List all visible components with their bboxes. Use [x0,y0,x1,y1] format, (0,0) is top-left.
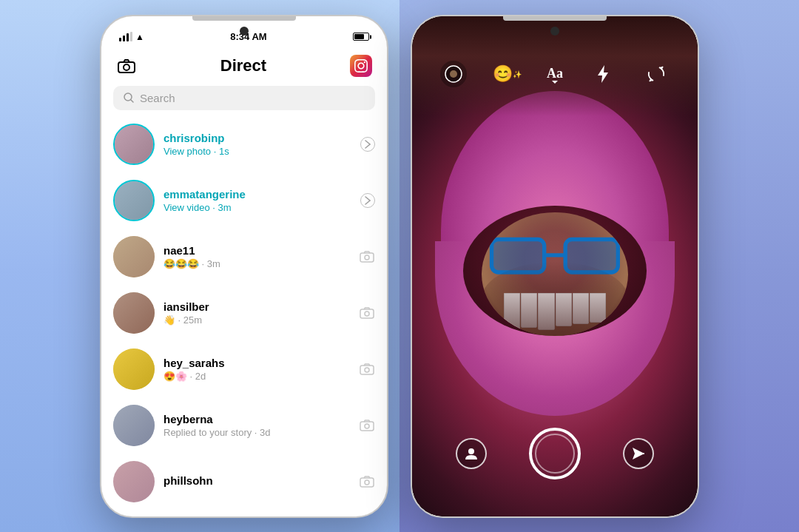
message-preview: 😍🌸 · 2d [163,371,350,382]
message-info: hey_sarahs 😍🌸 · 2d [163,357,350,382]
list-item[interactable]: heyberna Replied to your story · 3d [101,397,387,454]
list-item[interactable]: chrisrobinp View photo · 1s [101,116,387,172]
camera-screen: 😊✨ Aa [412,16,698,516]
message-username: phillsohn [163,474,350,487]
flash-btn[interactable] [590,61,616,87]
person-btn[interactable] [456,438,487,469]
left-phone: ▲ 8:34 AM Direct [100,15,388,518]
svg-point-12 [365,480,369,485]
front-camera [550,27,559,36]
message-username: emmatangerine [163,188,351,201]
message-preview: View photo · 1s [163,146,351,157]
list-item[interactable]: phillsohn [101,454,387,510]
message-info: emmatangerine View video · 3m [163,188,351,213]
avatar [113,292,155,334]
message-username: iansilber [163,300,350,313]
list-item[interactable]: emmatangerine View video · 3m [101,172,387,229]
message-username: nae11 [163,244,350,257]
page-title: Direct [220,56,266,75]
flip-camera-btn[interactable] [643,61,670,87]
svg-rect-9 [360,422,374,431]
right-phone: 😊✨ Aa [411,15,699,518]
capture-btn[interactable] [529,428,581,479]
camera-icon [359,249,375,265]
message-preview: 😂😂😂 · 3m [163,258,350,269]
list-item[interactable]: hey_sarahs 😍🌸 · 2d [101,341,387,397]
svg-point-8 [365,368,369,372]
avatar [113,405,155,446]
camera-controls [412,428,698,479]
message-username: hey_sarahs [163,357,350,369]
message-preview: 👋 · 25m [163,314,350,326]
camera-icon [359,417,375,434]
svg-rect-5 [360,309,374,318]
message-info: nae11 😂😂😂 · 3m [163,244,350,269]
avatar [113,461,155,502]
search-placeholder: Search [140,92,175,104]
list-item[interactable]: nae11 😂😂😂 · 3m [101,229,387,285]
phone-notch [192,16,296,21]
header-camera-icon[interactable] [116,55,137,76]
avatar [113,180,155,221]
signal-icon [119,32,132,41]
text-tool-btn[interactable]: Aa [547,66,563,81]
svg-point-17 [450,70,457,78]
chevron-right-icon [360,193,375,208]
avatar [113,236,155,277]
svg-point-6 [365,312,369,316]
camera-icon [359,474,375,490]
instagram-icon[interactable] [350,55,372,77]
svg-point-4 [365,255,369,260]
svg-point-10 [365,424,369,428]
phone-notch [503,16,607,21]
message-list: chrisrobinp View photo · 1s emmatangerin… [101,116,387,510]
camera-icon [359,305,375,321]
avatar [113,124,155,165]
svg-point-18 [468,448,474,454]
list-item[interactable]: iansilber 👋 · 25m [101,285,387,341]
front-camera [240,27,249,36]
message-info: heyberna Replied to your story · 3d [163,413,350,438]
message-username: chrisrobinp [163,132,351,144]
status-time: 8:34 AM [230,31,266,42]
svg-rect-7 [360,366,374,374]
battery-icon [353,33,369,41]
sticker-btn[interactable]: 😊✨ [493,61,520,87]
svg-rect-3 [360,253,374,262]
message-info: iansilber 👋 · 25m [163,300,350,326]
message-username: heyberna [163,413,350,425]
message-preview: Replied to your story · 3d [163,427,350,438]
face-filter-btn[interactable] [440,61,467,87]
message-info: chrisrobinp View photo · 1s [163,132,351,157]
search-bar[interactable]: Search [113,86,375,110]
camera-toolbar: 😊✨ Aa [412,61,698,87]
avatar [113,349,155,390]
message-info: phillsohn [163,474,350,488]
svg-point-1 [124,64,129,70]
message-preview: View video · 3m [163,202,351,213]
search-icon [124,92,134,103]
chevron-right-icon [360,137,375,152]
svg-rect-11 [360,478,374,487]
camera-icon [359,361,375,377]
send-btn[interactable] [623,438,654,469]
wifi-icon: ▲ [135,32,144,42]
dm-screen: ▲ 8:34 AM Direct [101,16,387,516]
status-left: ▲ [119,32,144,42]
dm-header: Direct [101,49,387,83]
